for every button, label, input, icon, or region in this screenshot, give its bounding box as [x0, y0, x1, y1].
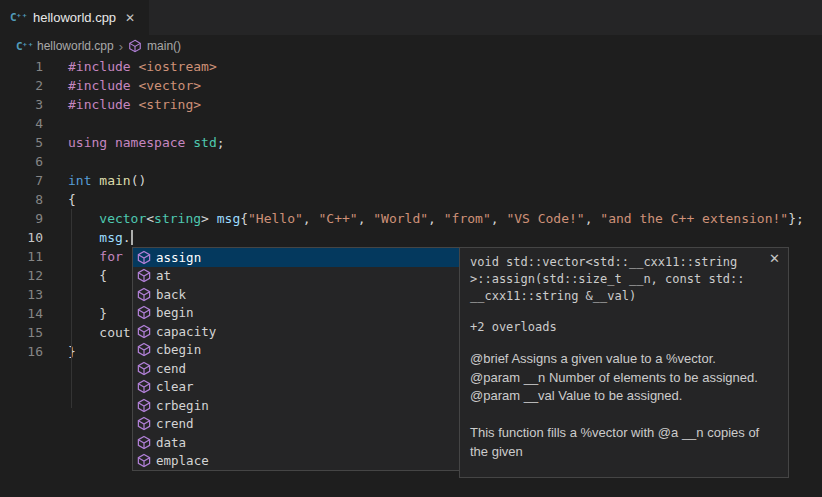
suggest-item-label: cbegin	[156, 342, 201, 357]
suggest-item-cbegin[interactable]: cbegin	[133, 341, 459, 360]
line-code: #include <string>	[68, 95, 201, 114]
line-number: 13	[0, 285, 43, 304]
line-code: int main()	[68, 171, 146, 190]
code-line[interactable]: 6	[0, 152, 822, 171]
suggest-item-capacity[interactable]: capacity	[133, 322, 459, 341]
suggest-item-clear[interactable]: clear	[133, 378, 459, 397]
method-icon	[128, 39, 142, 53]
docs-overloads: +2 overloads	[470, 320, 778, 334]
tab-helloworld-cpp[interactable]: C⁺⁺ helloworld.cpp ✕	[0, 0, 149, 35]
suggest-item-label: at	[156, 268, 171, 283]
line-code: {	[68, 190, 76, 209]
line-number: 11	[0, 247, 43, 266]
vscode-window: C⁺⁺ helloworld.cpp ✕ C⁺⁺ helloworld.cpp …	[0, 0, 822, 497]
line-number: 14	[0, 304, 43, 323]
method-icon	[136, 435, 152, 450]
code-line[interactable]: 1#include <iostream>	[0, 57, 822, 76]
line-code: {	[68, 266, 107, 285]
suggest-list[interactable]: assignatbackbegincapacitycbegincendclear…	[132, 247, 460, 471]
line-number: 12	[0, 266, 43, 285]
line-code: #include <vector>	[68, 76, 201, 95]
suggest-item-label: back	[156, 287, 186, 302]
line-code: for	[68, 247, 123, 266]
line-number: 10	[0, 228, 43, 247]
suggest-item-label: begin	[156, 305, 194, 320]
suggest-item-label: data	[156, 435, 186, 450]
method-icon	[136, 361, 152, 376]
suggest-item-label: crend	[156, 416, 194, 431]
close-icon[interactable]: ✕	[769, 251, 780, 266]
tab-title: helloworld.cpp	[33, 10, 116, 25]
suggest-item-data[interactable]: data	[133, 433, 459, 452]
line-code: vector<string> msg{"Hello", "C++", "Worl…	[68, 209, 804, 228]
suggest-item-label: cend	[156, 361, 186, 376]
method-icon	[136, 250, 152, 265]
line-number: 16	[0, 342, 43, 361]
method-icon	[136, 453, 152, 468]
code-line[interactable]: 3#include <string>	[0, 95, 822, 114]
line-number: 3	[0, 95, 43, 114]
suggest-item-at[interactable]: at	[133, 267, 459, 286]
line-number: 1	[0, 57, 43, 76]
suggest-item-label: capacity	[156, 324, 216, 339]
method-icon	[136, 379, 152, 394]
suggest-docs-panel[interactable]: ✕ void std::vector<std::__cxx11::string>…	[459, 247, 789, 478]
code-line[interactable]: 2#include <vector>	[0, 76, 822, 95]
text-cursor	[131, 230, 133, 245]
docs-signature: void std::vector<std::__cxx11::string>::…	[470, 254, 778, 305]
line-number: 7	[0, 171, 43, 190]
breadcrumb-file[interactable]: helloworld.cpp	[37, 39, 114, 53]
line-code: msg.	[68, 228, 133, 247]
suggest-item-emplace[interactable]: emplace	[133, 452, 459, 471]
suggest-item-label: assign	[156, 250, 201, 265]
code-line[interactable]: 9 vector<string> msg{"Hello", "C++", "Wo…	[0, 209, 822, 228]
method-icon	[136, 416, 152, 431]
breadcrumb-symbol[interactable]: main()	[147, 39, 181, 53]
code-line[interactable]: 10 msg.	[0, 228, 822, 247]
code-line[interactable]: 7int main()	[0, 171, 822, 190]
line-number: 2	[0, 76, 43, 95]
breadcrumb: C⁺⁺ helloworld.cpp › main()	[0, 35, 822, 57]
line-code: }	[68, 304, 107, 323]
line-code: #include <iostream>	[68, 57, 217, 76]
line-code: cout	[68, 323, 131, 342]
suggest-item-assign[interactable]: assign	[133, 248, 459, 267]
code-line[interactable]: 5using namespace std;	[0, 133, 822, 152]
suggest-item-back[interactable]: back	[133, 285, 459, 304]
suggest-item-label: crbegin	[156, 398, 209, 413]
line-number: 6	[0, 152, 43, 171]
indent-guide	[71, 209, 72, 408]
method-icon	[136, 398, 152, 413]
method-icon	[136, 287, 152, 302]
tab-close-icon[interactable]: ✕	[123, 10, 137, 26]
line-number: 8	[0, 190, 43, 209]
suggest-widget: assignatbackbegincapacitycbegincendclear…	[132, 247, 789, 478]
code-line[interactable]: 8{	[0, 190, 822, 209]
chevron-right-icon: ›	[119, 39, 123, 54]
line-number: 4	[0, 114, 43, 133]
suggest-item-label: emplace	[156, 453, 209, 468]
suggest-item-cend[interactable]: cend	[133, 359, 459, 378]
method-icon	[136, 268, 152, 283]
method-icon	[136, 305, 152, 320]
suggest-item-begin[interactable]: begin	[133, 304, 459, 323]
suggest-item-crend[interactable]: crend	[133, 415, 459, 434]
suggest-item-label: clear	[156, 379, 194, 394]
cpp-file-icon: C⁺⁺	[10, 11, 26, 24]
suggest-item-crbegin[interactable]: crbegin	[133, 396, 459, 415]
method-icon	[136, 324, 152, 339]
line-number: 9	[0, 209, 43, 228]
line-number: 5	[0, 133, 43, 152]
line-code: using namespace std;	[68, 133, 225, 152]
method-icon	[136, 342, 152, 357]
cpp-file-icon: C⁺⁺	[16, 40, 32, 53]
code-line[interactable]: 4	[0, 114, 822, 133]
docs-text: @brief Assigns a given value to a %vecto…	[470, 350, 778, 461]
line-number: 15	[0, 323, 43, 342]
tab-bar: C⁺⁺ helloworld.cpp ✕	[0, 0, 822, 35]
